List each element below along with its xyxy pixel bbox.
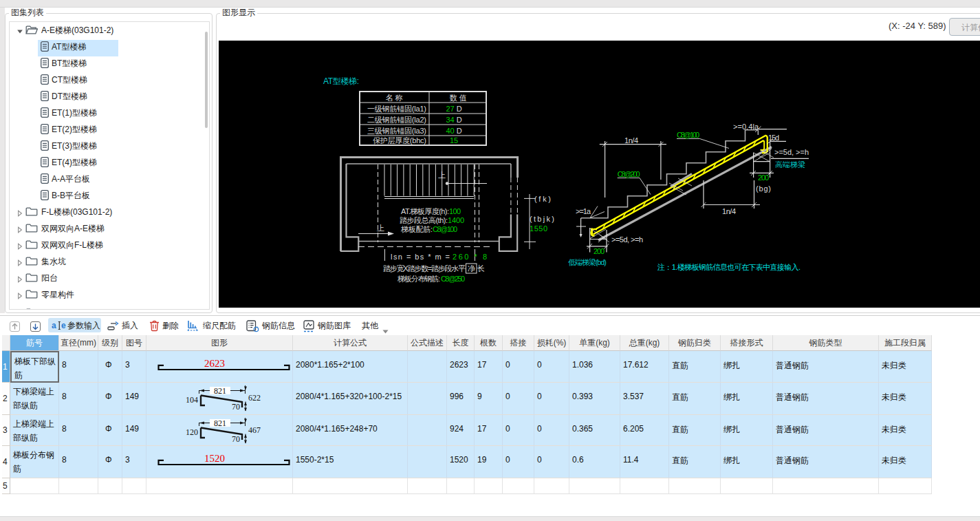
svg-text:>=0.4la: >=0.4la bbox=[733, 123, 759, 131]
svg-text:200: 200 bbox=[758, 173, 769, 182]
svg-text:821: 821 bbox=[214, 386, 226, 396]
svg-text:70: 70 bbox=[232, 402, 240, 412]
svg-text:低端梯梁(bd): 低端梯梁(bd) bbox=[568, 258, 607, 266]
svg-text:>=1a: >=1a bbox=[576, 207, 591, 215]
svg-text:821: 821 bbox=[214, 418, 226, 428]
svg-text:1550: 1550 bbox=[530, 224, 547, 233]
svg-text:梯板配筋:: 梯板配筋: bbox=[400, 225, 433, 233]
svg-text:(fk): (fk) bbox=[534, 195, 551, 203]
svg-text:1400: 1400 bbox=[448, 216, 464, 224]
svg-text:AT.梯板厚度(h):: AT.梯板厚度(h): bbox=[401, 207, 449, 215]
svg-text:保护层厚度(bhc): 保护层厚度(bhc) bbox=[373, 136, 426, 145]
svg-text:e: e bbox=[61, 321, 66, 330]
svg-text:34 D: 34 D bbox=[446, 116, 461, 124]
svg-text:a: a bbox=[52, 321, 56, 330]
svg-text:>=5d, >=h: >=5d, >=h bbox=[611, 235, 643, 244]
svg-text:15: 15 bbox=[450, 136, 458, 145]
svg-text:长: 长 bbox=[477, 264, 485, 273]
svg-text:70: 70 bbox=[232, 434, 240, 444]
svg-text:高端梯梁: 高端梯梁 bbox=[775, 160, 805, 169]
svg-text:AT型楼梯:: AT型楼梯: bbox=[323, 76, 359, 86]
svg-text:注：1.楼梯板钢筋信息也可在下表中直接输入.: 注：1.楼梯板钢筋信息也可在下表中直接输入. bbox=[657, 263, 801, 271]
svg-text:1520: 1520 bbox=[204, 453, 225, 464]
svg-text:C8@200: C8@200 bbox=[618, 170, 640, 178]
svg-text:C8@250: C8@250 bbox=[441, 275, 465, 283]
svg-text:一级钢筋锚固(la1): 一级钢筋锚固(la1) bbox=[367, 105, 426, 113]
svg-text:上: 上 bbox=[377, 224, 384, 232]
svg-text:622: 622 bbox=[248, 393, 261, 403]
svg-text:467: 467 bbox=[248, 425, 261, 435]
svg-text:120: 120 bbox=[186, 427, 198, 437]
svg-text:lsn = bs * m =: lsn = bs * m = bbox=[391, 253, 450, 261]
svg-text:40 D: 40 D bbox=[446, 127, 461, 135]
svg-text:>=5d, >=h: >=5d, >=h bbox=[774, 148, 809, 156]
svg-text:C8@100: C8@100 bbox=[433, 225, 457, 233]
svg-text:15d: 15d bbox=[768, 134, 779, 142]
svg-text:1n/4: 1n/4 bbox=[722, 207, 736, 215]
svg-text:100: 100 bbox=[449, 207, 461, 215]
svg-text:名 称: 名 称 bbox=[385, 94, 402, 102]
svg-text:净: 净 bbox=[468, 264, 475, 273]
svg-text:二级钢筋锚固(la2): 二级钢筋锚固(la2) bbox=[367, 116, 426, 124]
svg-text:27 D: 27 D bbox=[446, 105, 461, 113]
svg-text:数 值: 数 值 bbox=[449, 94, 466, 102]
svg-text:上: 上 bbox=[438, 171, 446, 179]
svg-text:104: 104 bbox=[186, 395, 198, 405]
svg-text:2623: 2623 bbox=[204, 358, 225, 369]
svg-text:(bg): (bg) bbox=[756, 184, 771, 193]
svg-text:200: 200 bbox=[594, 247, 605, 255]
svg-text:梯板分布钢筋:: 梯板分布钢筋: bbox=[397, 275, 440, 283]
svg-text:1n/4: 1n/4 bbox=[624, 136, 638, 145]
svg-text:C8@100: C8@100 bbox=[677, 131, 699, 139]
svg-text:三级钢筋锚固(la3): 三级钢筋锚固(la3) bbox=[367, 127, 426, 135]
svg-text:踏步宽X踏步数=踏步段水平: 踏步宽X踏步数=踏步段水平 bbox=[383, 264, 466, 273]
svg-text:踏步段总高(th):: 踏步段总高(th): bbox=[400, 216, 448, 224]
